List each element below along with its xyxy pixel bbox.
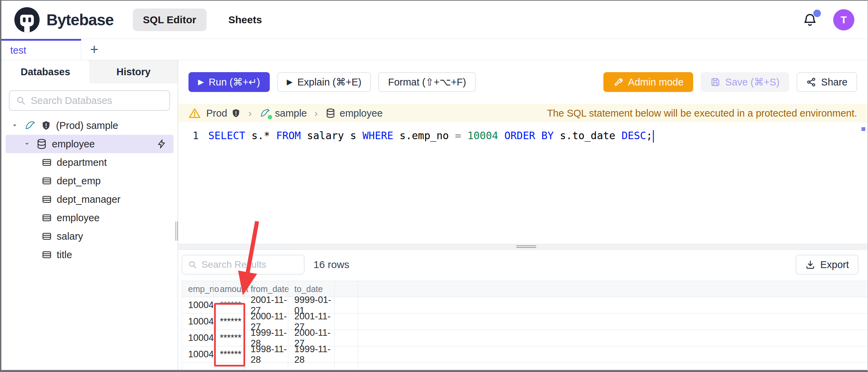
shield-icon <box>231 108 241 118</box>
table-row-partial[interactable] <box>182 363 867 372</box>
cell-empty <box>334 314 358 330</box>
column-header-amount[interactable]: amount <box>213 281 244 297</box>
wrench-icon <box>613 77 623 87</box>
share-icon <box>806 77 816 87</box>
breadcrumb-separator: › <box>314 107 318 119</box>
database-tree: (Prod) sample employee department dept_e… <box>1 116 178 264</box>
worksheet-tab-test[interactable]: test <box>1 39 81 60</box>
database-icon <box>325 108 336 118</box>
bytebase-sql-editor-window: Bytebase SQL Editor Sheets T test + Data… <box>0 0 868 372</box>
main-panel: ▶ Run (⌘+↵) ▶ Explain (⌘+E) Format (⇧+⌥+… <box>178 60 867 370</box>
save-button[interactable]: Save (⌘+S) <box>701 72 789 92</box>
top-nav: SQL Editor Sheets <box>133 9 272 31</box>
protected-environment-bar: Prod › sample › employee The SQL stateme… <box>178 104 867 122</box>
cell-amount-masked: ****** <box>213 297 244 313</box>
cell-amount-masked: ****** <box>213 330 244 346</box>
row-count: 16 rows <box>313 259 349 270</box>
cell-emp-no: 10004 <box>182 297 213 313</box>
database-icon <box>36 138 47 149</box>
breadcrumb-database[interactable]: sample <box>259 108 307 119</box>
sidebar-tabs: Databases History <box>1 60 178 83</box>
split-drag-handle[interactable] <box>516 245 536 248</box>
tree-item-label: title <box>57 249 72 261</box>
cell-empty <box>334 363 358 372</box>
panel-split-divider[interactable] <box>178 244 867 250</box>
tree-item-label: salary <box>57 231 83 242</box>
avatar[interactable]: T <box>833 9 854 30</box>
notification-bell-icon[interactable] <box>802 12 817 27</box>
search-databases-input[interactable]: Search Databases <box>9 90 170 111</box>
tree-item-label: department <box>57 157 107 168</box>
overview-ruler-marker <box>862 127 865 131</box>
text-cursor <box>653 130 654 143</box>
cell-amount-masked: ****** <box>213 346 244 362</box>
quick-action-bolt-icon[interactable] <box>156 139 167 149</box>
tree-item-table-employee[interactable]: employee <box>1 209 178 227</box>
results-panel: Search Results 16 rows Export emp_no amo… <box>178 250 867 370</box>
cell-from-date: 1998-11-28 <box>244 346 288 362</box>
cell-emp-no: 10004 <box>182 346 213 362</box>
sql-code: SELECT s.* FROM salary s WHERE s.emp_no … <box>208 128 654 144</box>
tree-item-table-department[interactable]: department <box>1 153 178 172</box>
tree-item-instance[interactable]: (Prod) sample <box>1 116 178 135</box>
run-button[interactable]: ▶ Run (⌘+↵) <box>188 72 270 92</box>
tree-item-table-title[interactable]: title <box>1 245 178 264</box>
tree-item-table-salary[interactable]: salary <box>1 227 178 245</box>
tree-item-label: dept_emp <box>57 175 101 187</box>
protected-environment-message: The SQL statement below will be executed… <box>547 108 857 119</box>
share-button[interactable]: Share <box>797 72 857 92</box>
results-toolbar: Search Results 16 rows Export <box>178 254 867 275</box>
sql-editor[interactable]: 1 SELECT s.* FROM salary s WHERE s.emp_n… <box>178 122 867 244</box>
breadcrumb-environment[interactable]: Prod <box>206 108 241 119</box>
table-icon <box>42 250 52 260</box>
admin-mode-button[interactable]: Admin mode <box>603 72 693 92</box>
cell-empty <box>182 363 213 372</box>
table-icon <box>42 176 52 186</box>
sidebar: Databases History Search Databases (Prod… <box>1 60 178 370</box>
mysql-icon <box>259 108 271 119</box>
cell-empty <box>334 297 358 313</box>
table-icon <box>42 194 52 204</box>
add-worksheet-button[interactable]: + <box>81 39 107 60</box>
tree-item-database-employee[interactable]: employee <box>5 135 173 153</box>
tree-item-table-dept-emp[interactable]: dept_emp <box>1 172 178 190</box>
format-button[interactable]: Format (⇧+⌥+F) <box>378 72 476 92</box>
cell-empty <box>334 346 358 362</box>
shield-icon <box>41 120 51 131</box>
column-header-emp-no[interactable]: emp_no <box>182 281 213 297</box>
search-results-input[interactable]: Search Results <box>182 255 305 275</box>
editor-toolbar: ▶ Run (⌘+↵) ▶ Explain (⌘+E) Format (⇧+⌥+… <box>178 60 867 104</box>
table-icon <box>42 231 52 241</box>
tree-item-table-dept-manager[interactable]: dept_manager <box>1 190 178 209</box>
export-button[interactable]: Export <box>796 255 858 275</box>
line-number: 1 <box>188 128 199 144</box>
search-icon <box>188 260 197 269</box>
save-icon <box>710 77 720 87</box>
table-row[interactable]: 10004 ****** 1998-11-28 1999-11-28 <box>182 346 867 363</box>
cell-amount-masked: ****** <box>213 314 244 330</box>
cell-empty <box>288 363 334 372</box>
sidebar-resize-handle[interactable] <box>176 222 178 241</box>
breadcrumb-table[interactable]: employee <box>325 108 383 119</box>
tree-item-label: employee <box>52 138 95 150</box>
brand-name: Bytebase <box>46 11 114 29</box>
tab-history[interactable]: History <box>89 60 178 83</box>
chevron-down-icon[interactable] <box>10 122 19 129</box>
cell-empty <box>334 330 358 346</box>
play-icon: ▶ <box>287 78 293 87</box>
nav-sheets[interactable]: Sheets <box>218 9 272 31</box>
tab-databases[interactable]: Databases <box>1 60 89 83</box>
explain-button[interactable]: ▶ Explain (⌘+E) <box>277 72 371 92</box>
brand[interactable]: Bytebase <box>14 7 114 32</box>
cell-empty <box>244 363 288 372</box>
mysql-icon <box>24 120 36 131</box>
chevron-down-icon[interactable] <box>23 141 31 147</box>
code-line: 1 SELECT s.* FROM salary s WHERE s.emp_n… <box>188 128 867 144</box>
cell-to-date: 1999-11-28 <box>288 346 334 362</box>
table-icon <box>42 213 52 223</box>
worksheet-tab-bar: test + <box>1 39 867 60</box>
tree-item-label: (Prod) sample <box>56 120 118 131</box>
bytebase-logo-icon <box>14 7 40 32</box>
cell-emp-no: 10004 <box>182 330 213 346</box>
nav-sql-editor[interactable]: SQL Editor <box>133 9 207 31</box>
